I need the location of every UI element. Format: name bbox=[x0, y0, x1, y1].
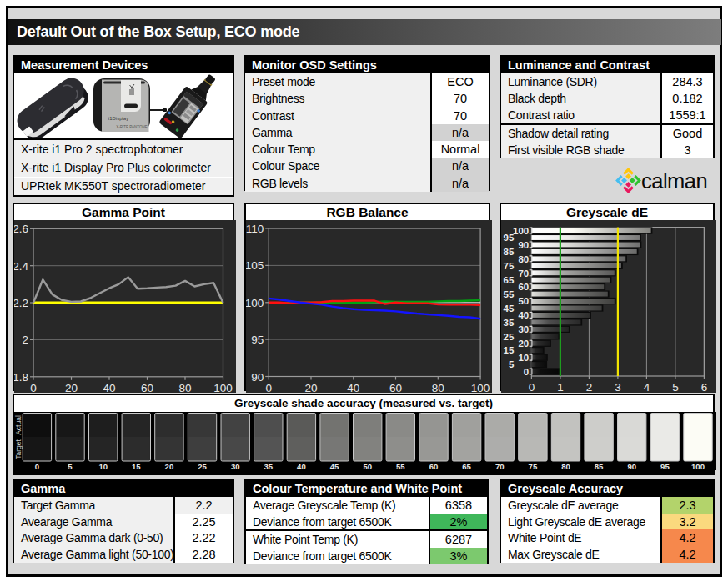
svg-text:25: 25 bbox=[198, 462, 207, 470]
svg-text:100: 100 bbox=[471, 382, 490, 394]
svg-text:60: 60 bbox=[518, 282, 529, 292]
svg-text:45: 45 bbox=[330, 462, 339, 470]
svg-text:6: 6 bbox=[701, 381, 708, 393]
svg-text:50: 50 bbox=[363, 462, 372, 470]
svg-text:105: 105 bbox=[246, 259, 264, 272]
svg-text:100: 100 bbox=[691, 462, 705, 470]
svg-text:Target: Target bbox=[14, 439, 23, 459]
svg-text:65: 65 bbox=[504, 275, 515, 285]
svg-text:X-RITE PANTONE: X-RITE PANTONE bbox=[116, 125, 147, 129]
svg-text:75: 75 bbox=[504, 261, 515, 271]
svg-text:35: 35 bbox=[264, 462, 274, 470]
svg-text:95: 95 bbox=[251, 334, 264, 346]
svg-text:2: 2 bbox=[22, 334, 28, 346]
svg-text:0: 0 bbox=[30, 382, 37, 393]
svg-text:100: 100 bbox=[213, 382, 233, 393]
svg-text:60: 60 bbox=[389, 382, 402, 394]
svg-text:0: 0 bbox=[265, 382, 272, 394]
svg-text:0: 0 bbox=[524, 367, 529, 377]
svg-text:110: 110 bbox=[246, 223, 264, 235]
svg-text:2.2: 2.2 bbox=[14, 297, 28, 309]
svg-text:0: 0 bbox=[529, 381, 535, 393]
svg-text:0: 0 bbox=[35, 462, 39, 470]
svg-text:2.6: 2.6 bbox=[14, 223, 28, 235]
svg-text:30: 30 bbox=[518, 324, 529, 334]
svg-text:90: 90 bbox=[627, 462, 636, 470]
svg-text:55: 55 bbox=[504, 289, 515, 299]
svg-text:30: 30 bbox=[231, 462, 240, 470]
svg-text:10: 10 bbox=[98, 462, 108, 470]
svg-text:1: 1 bbox=[557, 381, 564, 393]
svg-text:85: 85 bbox=[504, 247, 515, 257]
svg-text:20: 20 bbox=[165, 462, 174, 470]
svg-text:40: 40 bbox=[103, 382, 115, 393]
svg-text:60: 60 bbox=[429, 462, 439, 470]
svg-text:calman: calman bbox=[641, 169, 707, 193]
svg-text:2: 2 bbox=[586, 381, 593, 393]
svg-text:15: 15 bbox=[132, 462, 141, 470]
svg-text:100: 100 bbox=[513, 226, 529, 236]
svg-text:90: 90 bbox=[251, 371, 264, 384]
svg-text:45: 45 bbox=[504, 304, 515, 314]
svg-text:75: 75 bbox=[529, 462, 538, 470]
svg-text:80: 80 bbox=[561, 462, 570, 470]
svg-text:40: 40 bbox=[347, 382, 359, 394]
svg-text:10: 10 bbox=[518, 353, 529, 363]
svg-text:5: 5 bbox=[509, 359, 515, 369]
svg-text:i1Display: i1Display bbox=[108, 116, 128, 121]
svg-text:2.4: 2.4 bbox=[14, 260, 28, 273]
svg-text:80: 80 bbox=[178, 382, 191, 393]
svg-text:95: 95 bbox=[504, 233, 515, 243]
svg-text:5: 5 bbox=[672, 381, 679, 393]
svg-text:85: 85 bbox=[595, 462, 604, 470]
svg-text:20: 20 bbox=[518, 339, 529, 349]
svg-text:95: 95 bbox=[660, 462, 670, 470]
svg-text:20: 20 bbox=[65, 382, 78, 393]
svg-text:50: 50 bbox=[518, 296, 529, 306]
svg-text:70: 70 bbox=[495, 462, 505, 470]
svg-text:60: 60 bbox=[141, 382, 153, 393]
svg-text:4: 4 bbox=[644, 381, 650, 393]
svg-text:65: 65 bbox=[462, 462, 471, 470]
svg-text:5: 5 bbox=[68, 462, 73, 470]
svg-text:100: 100 bbox=[246, 297, 264, 309]
svg-text:Actual: Actual bbox=[14, 415, 23, 435]
svg-text:35: 35 bbox=[504, 318, 515, 328]
svg-text:80: 80 bbox=[518, 254, 529, 264]
svg-text:25: 25 bbox=[504, 332, 515, 342]
svg-text:55: 55 bbox=[396, 462, 405, 470]
svg-text:70: 70 bbox=[518, 268, 529, 278]
svg-text:3: 3 bbox=[615, 381, 621, 393]
svg-text:40: 40 bbox=[518, 310, 529, 320]
svg-text:80: 80 bbox=[432, 382, 444, 394]
svg-text:90: 90 bbox=[518, 240, 529, 250]
svg-text:40: 40 bbox=[297, 462, 306, 470]
svg-text:15: 15 bbox=[504, 345, 515, 355]
svg-text:20: 20 bbox=[304, 382, 317, 394]
svg-text:1.8: 1.8 bbox=[14, 371, 28, 384]
